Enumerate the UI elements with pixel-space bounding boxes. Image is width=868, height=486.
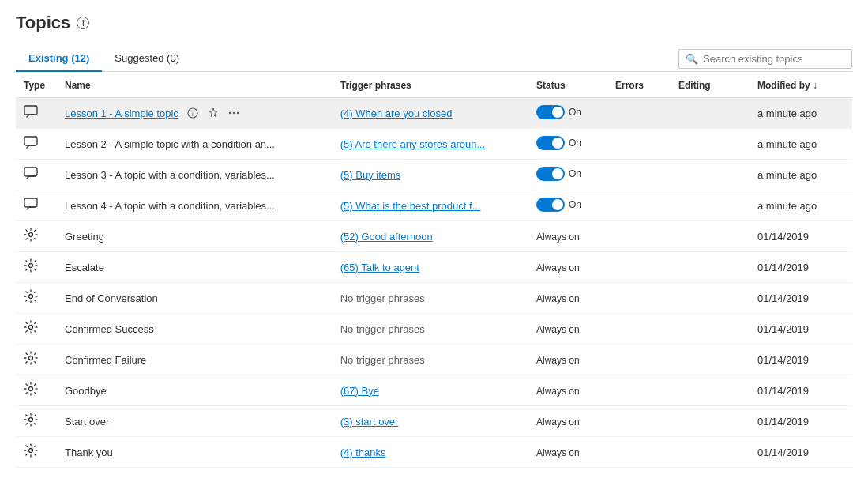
cell-editing (671, 190, 750, 221)
cell-editing (671, 160, 750, 190)
topic-name-link[interactable]: Lesson 1 - A simple topic (65, 107, 178, 119)
toggle-label: On (569, 199, 581, 210)
status-toggle[interactable]: On (536, 198, 581, 212)
cell-name: Confirmed Failure (57, 345, 333, 375)
search-input[interactable] (703, 53, 845, 65)
table-row: Lesson 3 - A topic with a condition, var… (16, 160, 852, 190)
cell-type (16, 98, 57, 129)
toggle-track[interactable] (536, 167, 565, 181)
row-more-button[interactable] (226, 105, 242, 121)
status-toggle[interactable]: On (536, 167, 581, 181)
topics-table: Type Name Trigger phrases Status Errors … (16, 72, 852, 468)
cell-name: Thank you (57, 437, 333, 468)
svg-point-9 (29, 233, 33, 237)
chat-topic-icon (24, 107, 38, 121)
cell-modified: a minute ago (750, 98, 852, 129)
cell-name: Greeting (57, 221, 333, 252)
cell-modified: 01/14/2019 (750, 221, 852, 252)
cell-type (16, 406, 57, 437)
svg-point-5 (237, 112, 239, 114)
topic-name-text: Confirmed Success (65, 323, 154, 335)
always-on-label: Always on (536, 355, 580, 366)
status-toggle[interactable]: On (536, 136, 581, 150)
cell-type (16, 437, 57, 468)
trigger-phrases-link[interactable]: (4) thanks (340, 446, 386, 458)
svg-point-16 (29, 449, 33, 453)
table-row: Confirmed SuccessNo trigger phrasesAlway… (16, 314, 852, 345)
cell-editing (671, 314, 750, 345)
cell-trigger: (67) Bye (333, 375, 528, 406)
cell-modified: 01/14/2019 (750, 437, 852, 468)
toggle-track[interactable] (536, 198, 565, 212)
cell-modified: 01/14/2019 (750, 252, 852, 283)
table-row: Lesson 4 - A topic with a condition, var… (16, 190, 852, 221)
cell-name: Confirmed Success (57, 314, 333, 345)
row-actions: i (185, 105, 242, 121)
trigger-phrases-link[interactable]: (52) Good afternoon (340, 231, 433, 243)
toggle-track[interactable] (536, 136, 565, 150)
toggle-thumb (552, 138, 563, 149)
system-topic-icon (24, 446, 38, 460)
cell-modified: 01/14/2019 (750, 283, 852, 314)
cell-errors (607, 437, 671, 468)
cell-type (16, 252, 57, 283)
cell-status: Always on (528, 375, 607, 406)
cell-status: On (528, 190, 607, 221)
cell-trigger: (5) Are there any stores aroun... (333, 129, 528, 160)
col-header-status: Status (528, 72, 607, 98)
cell-name: Lesson 1 - A simple topici (57, 98, 333, 129)
toggle-label: On (569, 107, 581, 118)
svg-point-11 (29, 295, 33, 299)
table-row: Lesson 1 - A simple topici(4) When are y… (16, 98, 852, 129)
no-trigger-text: No trigger phrases (340, 323, 425, 335)
cell-errors (607, 98, 671, 129)
trigger-phrases-link[interactable]: (5) Are there any stores aroun... (340, 138, 486, 150)
trigger-phrases-link[interactable]: (5) Buy items (340, 169, 401, 181)
table-row: Thank you(4) thanksAlways on01/14/2019 (16, 437, 852, 468)
svg-point-3 (229, 112, 231, 114)
cell-editing (671, 129, 750, 160)
cell-name: Lesson 3 - A topic with a condition, var… (57, 160, 333, 190)
cell-status: On (528, 160, 607, 190)
always-on-label: Always on (536, 293, 580, 304)
no-trigger-text: No trigger phrases (340, 354, 425, 366)
trigger-phrases-link[interactable]: (3) start over (340, 416, 399, 428)
trigger-phrases-link[interactable]: (5) What is the best product f... (340, 200, 481, 212)
page-title: Topics (16, 13, 70, 33)
cell-errors (607, 252, 671, 283)
cell-editing (671, 221, 750, 252)
table-row: End of ConversationNo trigger phrasesAlw… (16, 283, 852, 314)
row-info-button[interactable]: i (185, 105, 201, 121)
table-row: Lesson 2 - A simple topic with a conditi… (16, 129, 852, 160)
status-toggle[interactable]: On (536, 105, 581, 119)
cell-name: Goodbye (57, 375, 333, 406)
col-header-trigger: Trigger phrases (333, 72, 528, 98)
cell-errors (607, 190, 671, 221)
cell-status: Always on (528, 406, 607, 437)
svg-rect-7 (24, 168, 37, 176)
cell-status: Always on (528, 314, 607, 345)
tab-existing[interactable]: Existing (12) (16, 46, 102, 72)
trigger-phrases-link[interactable]: (65) Talk to agent (340, 262, 419, 273)
info-icon[interactable]: i (77, 17, 89, 29)
svg-rect-6 (24, 137, 37, 145)
row-pin-button[interactable] (205, 105, 221, 121)
toggle-track[interactable] (536, 105, 565, 119)
page-header: Topics i (16, 13, 852, 33)
cell-modified: a minute ago (750, 129, 852, 160)
tab-suggested[interactable]: Suggested (0) (102, 46, 192, 72)
col-header-type: Type (16, 72, 57, 98)
svg-point-4 (233, 112, 235, 114)
topic-name-text: Escalate (65, 262, 104, 273)
chat-topic-icon (24, 169, 38, 183)
trigger-phrases-link[interactable]: (67) Bye (340, 385, 379, 397)
cell-errors (607, 160, 671, 190)
search-box[interactable]: 🔍 (678, 49, 852, 69)
trigger-phrases-link[interactable]: (4) When are you closed (340, 107, 453, 119)
tabs-row: Existing (12) Suggested (0) 🔍 (16, 46, 852, 72)
cell-trigger: (3) start over (333, 406, 528, 437)
cell-editing (671, 437, 750, 468)
always-on-label: Always on (536, 447, 580, 458)
col-header-modified[interactable]: Modified by ↓ (750, 72, 852, 98)
cell-type (16, 375, 57, 406)
